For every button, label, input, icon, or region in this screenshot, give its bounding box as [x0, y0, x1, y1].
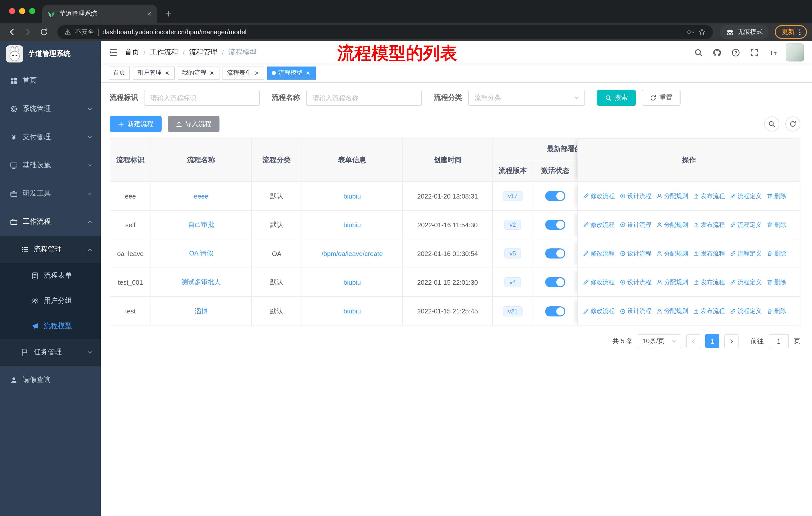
- sidebar-item-process-management[interactable]: 流程管理: [0, 236, 101, 263]
- import-process-button[interactable]: 导入流程: [168, 116, 220, 132]
- address-bar[interactable]: 不安全 dashboard.yudao.iocoder.cn/bpm/manag…: [57, 25, 713, 39]
- status-toggle[interactable]: [545, 277, 565, 287]
- action-modify-process[interactable]: 修改流程: [583, 220, 615, 229]
- form-info-link[interactable]: biubiu: [343, 307, 361, 315]
- sidebar-item-user-group[interactable]: 用户分组: [0, 288, 101, 314]
- action-publish-process[interactable]: 发布流程: [693, 220, 725, 229]
- create-process-button[interactable]: 新建流程: [110, 116, 162, 132]
- process-name-link[interactable]: 测试多审批人: [181, 278, 221, 287]
- action-publish-process[interactable]: 发布流程: [693, 278, 725, 287]
- action-assign-rules[interactable]: 分配规则: [657, 278, 688, 287]
- prev-page-button[interactable]: [686, 334, 700, 348]
- reload-button[interactable]: [37, 25, 50, 38]
- question-button[interactable]: ?: [730, 47, 741, 57]
- status-toggle[interactable]: [545, 191, 565, 201]
- view-tag-tenant[interactable]: 租户管理: [133, 66, 175, 79]
- goto-page-input[interactable]: [769, 334, 789, 348]
- maximize-window-button[interactable]: [29, 8, 35, 14]
- form-info-link[interactable]: biubiu: [343, 192, 361, 200]
- process-name-link[interactable]: eeee: [194, 192, 208, 200]
- action-assign-rules[interactable]: 分配规则: [657, 192, 688, 200]
- sidebar-item-leave-query[interactable]: 请假查询: [0, 366, 101, 394]
- action-modify-process[interactable]: 修改流程: [583, 249, 615, 258]
- user-avatar[interactable]: [786, 43, 804, 61]
- breadcrumb-item[interactable]: 首页: [125, 48, 139, 57]
- process-name-link[interactable]: 滔博: [195, 307, 208, 316]
- action-design-process[interactable]: 设计流程: [620, 220, 651, 229]
- action-modify-process[interactable]: 修改流程: [583, 307, 615, 316]
- action-assign-rules[interactable]: 分配规则: [657, 249, 688, 258]
- action-delete[interactable]: 删除: [767, 249, 786, 258]
- action-modify-process[interactable]: 修改流程: [583, 278, 615, 287]
- form-info-link[interactable]: biubiu: [343, 221, 361, 228]
- action-process-definition[interactable]: 流程定义: [730, 249, 762, 258]
- tag-close-icon[interactable]: [254, 70, 260, 76]
- sidebar-item-process-form[interactable]: 流程表单: [0, 263, 101, 288]
- tag-close-icon[interactable]: [209, 70, 215, 76]
- process-key-input[interactable]: [144, 90, 260, 106]
- action-process-definition[interactable]: 流程定义: [730, 278, 762, 287]
- sidebar-item-infrastructure[interactable]: 基础设施: [0, 151, 101, 180]
- page-number-button[interactable]: 1: [705, 334, 719, 348]
- action-process-definition[interactable]: 流程定义: [730, 307, 762, 316]
- breadcrumb-item[interactable]: 工作流程: [150, 48, 178, 57]
- back-button[interactable]: [5, 25, 18, 38]
- browser-menu-dots-icon[interactable]: [796, 28, 804, 35]
- process-name-link[interactable]: OA 请假: [189, 249, 213, 258]
- minimize-window-button[interactable]: [19, 8, 25, 14]
- sidebar-item-process-model[interactable]: 流程模型: [0, 314, 101, 338]
- tag-close-icon[interactable]: [164, 70, 170, 76]
- search-button[interactable]: [693, 47, 703, 57]
- sidebar-collapse-button[interactable]: [109, 48, 118, 57]
- view-tag-home[interactable]: 首页: [109, 66, 130, 79]
- action-delete[interactable]: 删除: [767, 192, 786, 200]
- status-toggle[interactable]: [545, 306, 565, 316]
- action-delete[interactable]: 删除: [767, 220, 786, 229]
- browser-tab[interactable]: 芋道管理系统: [42, 5, 157, 23]
- status-toggle[interactable]: [545, 248, 565, 259]
- form-info-link[interactable]: biubiu: [343, 278, 361, 286]
- process-name-input[interactable]: [306, 90, 422, 106]
- action-assign-rules[interactable]: 分配规则: [657, 220, 688, 229]
- action-assign-rules[interactable]: 分配规则: [657, 307, 688, 316]
- sidebar-item-dev-tools[interactable]: 研发工具: [0, 180, 101, 208]
- action-publish-process[interactable]: 发布流程: [693, 192, 725, 200]
- sidebar-item-home[interactable]: 首页: [0, 66, 101, 95]
- action-design-process[interactable]: 设计流程: [620, 307, 651, 316]
- update-button[interactable]: 更新: [775, 25, 807, 39]
- action-design-process[interactable]: 设计流程: [620, 249, 651, 258]
- action-design-process[interactable]: 设计流程: [620, 278, 651, 287]
- action-delete[interactable]: 删除: [767, 307, 786, 316]
- form-info-link[interactable]: /bpm/oa/leave/create: [322, 250, 383, 257]
- next-page-button[interactable]: [724, 334, 738, 348]
- action-publish-process[interactable]: 发布流程: [693, 249, 725, 258]
- reset-button[interactable]: 重置: [642, 90, 680, 106]
- fullscreen-button[interactable]: [749, 47, 759, 57]
- sidebar-item-workflow[interactable]: 工作流程: [0, 208, 101, 236]
- view-tag-process-form[interactable]: 流程表单: [223, 66, 264, 79]
- tag-close-icon[interactable]: [305, 70, 311, 76]
- bookmark-star-icon[interactable]: [698, 28, 706, 36]
- refresh-table-button[interactable]: [785, 116, 801, 132]
- password-key-icon[interactable]: [687, 28, 694, 36]
- search-button[interactable]: 搜索: [597, 90, 636, 106]
- view-tag-process-model[interactable]: 流程模型: [267, 66, 316, 79]
- view-tag-my-process[interactable]: 我的流程: [178, 66, 220, 79]
- security-warning-icon[interactable]: [64, 29, 71, 35]
- github-button[interactable]: [712, 47, 722, 57]
- action-process-definition[interactable]: 流程定义: [730, 220, 762, 229]
- sidebar-item-system[interactable]: 系统管理: [0, 95, 101, 123]
- category-select[interactable]: 流程分类: [468, 90, 585, 106]
- action-delete[interactable]: 删除: [767, 278, 786, 287]
- font-size-button[interactable]: TT: [768, 47, 778, 57]
- sidebar-item-task-management[interactable]: 任务管理: [0, 338, 101, 366]
- tab-close-icon[interactable]: [146, 11, 152, 17]
- action-modify-process[interactable]: 修改流程: [583, 192, 615, 200]
- action-process-definition[interactable]: 流程定义: [730, 192, 762, 200]
- action-design-process[interactable]: 设计流程: [620, 192, 651, 200]
- close-window-button[interactable]: [9, 8, 15, 14]
- status-toggle[interactable]: [545, 220, 565, 230]
- forward-button[interactable]: [21, 25, 34, 38]
- new-tab-button[interactable]: [161, 6, 175, 21]
- toggle-search-button[interactable]: [764, 116, 779, 132]
